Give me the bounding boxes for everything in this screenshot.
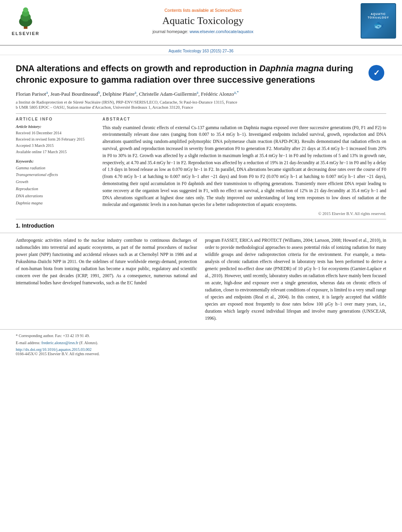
journal-homepage: journal homepage: www.elsevier.com/locat… [153,29,253,34]
revised-date: Received in revised form 26 February 201… [16,136,95,143]
footer: * Corresponding author. Fax: +33 42 19 9… [0,329,402,359]
keyword-4: Reproduction [16,185,95,193]
journal-homepage-link[interactable]: www.elsevier.com/locate/aquatox [190,29,253,34]
elsevier-logo: ELSEVIER [12,6,39,36]
elsevier-wordmark: ELSEVIER [12,31,39,36]
body-two-col: Anthropogenic activities related to the … [0,233,402,325]
received-date: Received 16 December 2014 [16,130,95,136]
abstract-panel: ABSTRACT This study examined chronic eff… [102,117,386,216]
sciencedirect-link[interactable]: Contents lists available at ScienceDirec… [164,8,242,13]
divider-1 [16,113,386,114]
intro-text-col1: Anthropogenic activities related to the … [16,237,197,287]
body-col-left: Anthropogenic activities related to the … [16,237,197,325]
keyword-5: DNA alterations [16,193,95,200]
keywords-section: Keywords: Gamma radiation Transgeneratio… [16,159,95,207]
page-container: ELSEVIER Contents lists available at Sci… [0,0,402,359]
doi-line: Aquatic Toxicology 163 (2015) 27–36 [0,47,402,55]
footer-doi[interactable]: http://dx.doi.org/10.1016/j.aquatox.2015… [16,347,386,352]
keywords-list: Gamma radiation Transgenerational effect… [16,165,95,207]
journal-header: ELSEVIER Contents lists available at Sci… [0,0,402,46]
crossmark-icon: ✓ [368,65,384,81]
divider-2 [16,219,386,219]
journal-info-center: Contents lists available at ScienceDirec… [51,0,355,42]
article-title: DNA alterations and effects on growth an… [16,63,361,85]
keyword-1: Gamma radiation [16,165,95,172]
keyword-3: Growth [16,178,95,185]
intro-text-col2: program FASSET, ERICA and PROTECT (Willi… [205,237,386,322]
history-label: Article history: [16,124,95,129]
abstract-text: This study examined chronic effects of e… [102,124,386,209]
aquatic-logo-area: AQUATICTOXIcoLOGY 🐟 [355,0,402,42]
elsevier-tree-icon [12,6,39,30]
copyright-line: © 2015 Elsevier B.V. All rights reserved… [102,211,386,216]
accepted-date: Accepted 3 March 2015 [16,143,95,149]
elsevier-logo-area: ELSEVIER [0,0,51,42]
authors-line: Florian Parisota, Jean-Paul Bourdineaudb… [16,90,386,97]
article-dates: Received 16 December 2014 Received in re… [16,130,95,155]
footnote-star: * Corresponding author. Fax: +33 42 19 9… [16,333,386,339]
authors-section: Florian Parisota, Jean-Paul Bourdineaudb… [0,90,402,97]
keywords-label: Keywords: [16,159,95,163]
journal-title: Aquatic Toxicology [162,15,244,27]
author-email[interactable]: frederic.alonzo@irsn.fr [41,341,78,345]
keyword-6: Daphnia magna [16,200,95,207]
article-header: DNA alterations and effects on growth an… [0,59,402,90]
introduction-heading-row: 1. Introduction [0,222,402,229]
affil-b: b UMR 5805 EPOC – OASU, Station marine d… [16,105,386,109]
svg-point-4 [23,7,28,12]
aquatic-toxicology-logo: AQUATICTOXIcoLOGY 🐟 [361,3,396,39]
article-info-panel: ARTICLE INFO Article history: Received 1… [16,117,95,216]
article-title-area: DNA alterations and effects on growth an… [16,63,361,90]
aquatic-logo-text: AQUATICTOXIcoLOGY [367,11,390,20]
affiliations: a Institut de Radioprotection et de Sûre… [0,100,402,109]
crossmark-badge[interactable]: ✓ [368,65,386,83]
fish-icon: 🐟 [373,20,384,30]
article-info-heading: ARTICLE INFO [16,117,95,121]
abstract-heading: ABSTRACT [102,117,386,121]
email-footnote: E-mail address: frederic.alonzo@irsn.fr … [16,340,386,346]
issn-line: 0166-445X/© 2015 Elsevier B.V. All right… [16,352,386,356]
available-date: Available online 17 March 2015 [16,149,95,155]
section-1-title: 1. Introduction [16,222,386,229]
body-col-right: program FASSET, ERICA and PROTECT (Willi… [205,237,386,325]
affil-a: a Institut de Radioprotection et de Sûre… [16,100,386,104]
article-info-abstract-row: ARTICLE INFO Article history: Received 1… [0,117,402,216]
keyword-2: Transgenerational effects [16,171,95,178]
